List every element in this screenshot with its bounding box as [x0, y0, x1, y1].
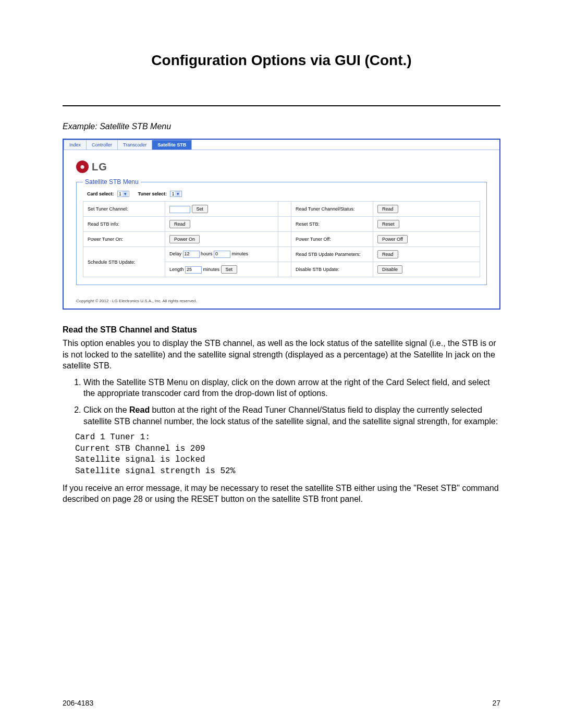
tab-satellite-stb[interactable]: Satellite STB — [152, 140, 192, 150]
chevron-down-icon: ▾ — [175, 191, 180, 196]
set-tuner-channel-input[interactable] — [169, 206, 190, 213]
set-tuner-channel-label: Set Tuner Channel: — [83, 202, 165, 217]
tuner-select-dropdown[interactable]: 1▾ — [170, 191, 182, 197]
step-2-read-bold: Read — [129, 405, 150, 414]
tab-index[interactable]: Index — [64, 140, 87, 150]
page-title: Configuration Options via GUI (Cont.) — [63, 52, 500, 69]
tab-transcoder[interactable]: Transcoder — [117, 140, 152, 150]
power-tuner-off-label: Power Tuner Off: — [291, 232, 373, 247]
minutes-label: minutes — [232, 251, 249, 256]
read-stb-update-params-label: Read STB Update Parameters: — [291, 247, 373, 262]
card-select-dropdown[interactable]: 1▾ — [117, 191, 129, 197]
schedule-set-button[interactable]: Set — [221, 265, 238, 274]
length-label: Length — [169, 267, 184, 272]
reset-stb-button[interactable]: Reset — [377, 220, 399, 228]
gui-copyright: Copyright © 2012 · LG Electronics U.S.A.… — [76, 299, 487, 303]
power-off-button[interactable]: Power Off — [377, 235, 408, 243]
reset-stb-label: Reset STB: — [291, 217, 373, 232]
set-tuner-channel-set-button[interactable]: Set — [192, 205, 209, 213]
tab-bar: Index Controller Transcoder Satellite ST… — [64, 140, 499, 150]
fieldset-legend: Satellite STB Menu — [83, 178, 141, 186]
step-2: Click on the Read button at the right of… — [83, 404, 500, 427]
length-minutes-unit: minutes — [203, 267, 220, 272]
power-tuner-on-label: Power Tuner On: — [83, 232, 165, 247]
lg-logo-icon: ☻ — [76, 161, 89, 173]
logo-row: ☻ LG — [76, 161, 487, 173]
step-2-text-a: Click on the — [83, 405, 129, 414]
tab-controller[interactable]: Controller — [86, 140, 118, 150]
horizontal-rule — [63, 105, 500, 106]
page-number: 27 — [492, 699, 500, 707]
read-stb-info-label: Read STB info: — [83, 217, 165, 232]
doc-number: 206-4183 — [63, 699, 93, 707]
read-tuner-status-label: Read Tuner Channel/Status: — [291, 202, 373, 217]
disable-stb-update-label: Disable STB Update: — [291, 262, 373, 277]
card-select-value: 1 — [119, 191, 121, 196]
read-stb-update-params-button[interactable]: Read — [377, 250, 398, 258]
tuner-select-value: 1 — [172, 191, 174, 196]
gui-screenshot: Index Controller Transcoder Satellite ST… — [63, 139, 500, 310]
closing-paragraph: If you receive an error message, it may … — [63, 483, 500, 505]
power-on-button[interactable]: Power On — [169, 235, 200, 243]
stb-controls-table: Set Tuner Channel: Set Read Tuner Channe… — [83, 201, 480, 277]
length-minutes-input[interactable]: 25 — [185, 266, 202, 274]
lg-logo-text: LG — [92, 161, 107, 173]
schedule-stb-update-label: Schedule STB Update: — [83, 247, 165, 277]
disable-stb-update-button[interactable]: Disable — [377, 265, 402, 274]
delay-minutes-input[interactable]: 0 — [214, 251, 230, 258]
read-stb-info-button[interactable]: Read — [169, 220, 190, 228]
intro-paragraph: This option enables you to display the S… — [63, 338, 500, 372]
tuner-select-label: Tuner select: — [138, 191, 167, 196]
example-output: Card 1 Tuner 1: Current STB Channel is 2… — [75, 432, 500, 477]
satellite-stb-fieldset: Satellite STB Menu Card select: 1▾ Tuner… — [76, 178, 487, 285]
step-1: With the Satellite STB Menu on display, … — [83, 377, 500, 399]
delay-hours-input[interactable]: 12 — [183, 251, 200, 258]
delay-label: Delay — [169, 251, 181, 256]
example-caption: Example: Satellite STB Menu — [63, 122, 500, 131]
chevron-down-icon: ▾ — [123, 191, 128, 196]
steps-list: With the Satellite STB Menu on display, … — [63, 377, 500, 427]
card-select-label: Card select: — [87, 191, 114, 196]
hours-label: hours — [201, 251, 213, 256]
read-tuner-status-button[interactable]: Read — [377, 205, 398, 213]
section-heading: Read the STB Channel and Status — [63, 325, 500, 335]
